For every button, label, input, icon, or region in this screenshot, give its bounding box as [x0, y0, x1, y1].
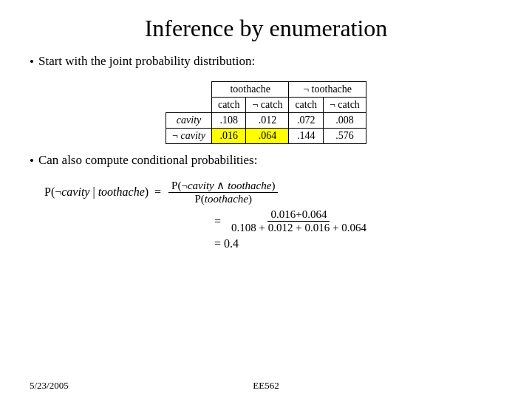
formula-lhs: P(¬cavity | toothache) — [44, 185, 149, 199]
neg-catch-h2: ¬ catch — [323, 98, 366, 113]
val-008: .008 — [323, 113, 366, 129]
table-row-neg-cavity: ¬ cavity .016 .064 .144 .576 — [166, 129, 366, 144]
neg-catch-h1: ¬ catch — [246, 98, 289, 113]
probability-table: toothache ¬ toothache catch ¬ catch catc… — [166, 81, 366, 144]
toothache-header: toothache — [211, 82, 288, 98]
formula-eq2: = — [214, 215, 221, 228]
formula-result: = 0.4 — [214, 237, 239, 250]
neg-toothache-header: ¬ toothache — [289, 82, 366, 98]
formula-section: P(¬cavity | toothache) = P(¬cavity ∧ too… — [30, 179, 502, 250]
catch-h1: catch — [211, 98, 246, 113]
val-144: .144 — [289, 129, 324, 144]
val-016: .016 — [211, 129, 246, 144]
date-label: 5/23/2005 — [30, 380, 69, 392]
prob-table-container: toothache ¬ toothache catch ¬ catch catc… — [30, 81, 502, 144]
val-064: .064 — [246, 129, 289, 144]
fraction-numerator: P(¬cavity ∧ toothache) — [168, 179, 278, 193]
table-row-header2: catch ¬ catch catch ¬ catch — [166, 98, 366, 113]
fraction-denominator: P(toothache) — [191, 193, 255, 205]
fraction2-numerator: 0.016+0.064 — [267, 208, 330, 222]
val-072: .072 — [289, 113, 324, 129]
catch-h2: catch — [289, 98, 324, 113]
cavity-label: cavity — [166, 113, 212, 129]
formula-row-3: = 0.4 — [44, 237, 502, 250]
bullet-1: • Start with the joint probability distr… — [30, 54, 502, 69]
val-012: .012 — [246, 113, 289, 129]
fraction2-denominator: 0.108 + 0.012 + 0.016 + 0.064 — [228, 222, 369, 234]
table-row-cavity: cavity .108 .012 .072 .008 — [166, 113, 366, 129]
val-576: .576 — [323, 129, 366, 144]
slide-title: Inference by enumeration — [30, 15, 502, 42]
formula-fraction2: 0.016+0.064 0.108 + 0.012 + 0.016 + 0.06… — [228, 208, 369, 234]
bullet-dot-1: • — [30, 55, 34, 69]
neg-cavity-label: ¬ cavity — [166, 129, 212, 144]
val-108: .108 — [211, 113, 246, 129]
formula-eq1: = — [154, 185, 161, 199]
bullet-2: • Can also compute conditional probabili… — [30, 153, 502, 168]
bullet-1-text: Start with the joint probability distrib… — [38, 54, 255, 69]
formula-fraction: P(¬cavity ∧ toothache) P(toothache) — [168, 179, 278, 205]
formula-row-1: P(¬cavity | toothache) = P(¬cavity ∧ too… — [44, 179, 502, 205]
formula-row-2: = 0.016+0.064 0.108 + 0.012 + 0.016 + 0.… — [44, 208, 502, 234]
slide-number: EE562 — [253, 380, 279, 392]
table-row-header1: toothache ¬ toothache — [166, 82, 366, 98]
bullet-2-text: Can also compute conditional probabiliti… — [38, 153, 258, 168]
bullet-dot-2: • — [30, 154, 34, 168]
slide: Inference by enumeration • Start with th… — [0, 0, 532, 399]
